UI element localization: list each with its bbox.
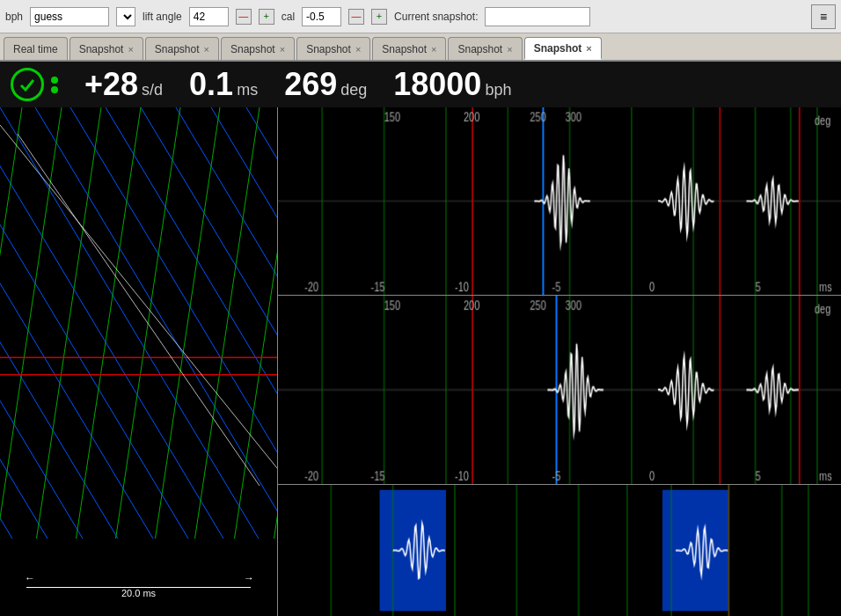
wave-canvas-3 (278, 485, 841, 616)
wave-panel-2[interactable] (278, 296, 841, 483)
bph-group: 18000 bph (393, 66, 511, 103)
measurement-label: 20.0 ms (121, 588, 156, 598)
arrow-left-icon: ← (25, 572, 35, 584)
status-dots (51, 77, 58, 93)
rate-group: +28 s/d (84, 66, 163, 103)
tab-snapshot-5-close[interactable]: × (431, 44, 436, 55)
cal-inc-button[interactable]: + (371, 9, 387, 25)
main-content: ← → 20.0 ms (0, 107, 841, 616)
lift-angle-value: 269 (284, 66, 337, 103)
lift-angle-inc-button[interactable]: + (259, 9, 274, 25)
tab-snapshot-2-close[interactable]: × (204, 44, 209, 55)
tab-snapshot-7-label: Snapshot (534, 42, 582, 55)
menu-button[interactable]: ≡ (811, 4, 836, 29)
status-icon-group (11, 68, 58, 101)
tab-snapshot-1-label: Snapshot (79, 43, 124, 55)
tab-realtime-label: Real time (13, 43, 58, 55)
rate-value: +28 (84, 66, 138, 103)
bph-value: 18000 (393, 66, 481, 103)
wave-canvas-1 (278, 107, 841, 295)
tab-snapshot-5[interactable]: Snapshot × (372, 37, 446, 60)
timing-diagram-canvas[interactable] (0, 107, 277, 539)
tab-snapshot-2-label: Snapshot (155, 43, 200, 55)
tab-snapshot-1[interactable]: Snapshot × (69, 37, 143, 60)
tab-snapshot-3[interactable]: Snapshot × (221, 37, 295, 60)
wave-panel-timeline[interactable] (278, 485, 841, 616)
cal-input[interactable] (302, 7, 341, 26)
beat-error-unit: ms (237, 81, 258, 99)
tab-snapshot-7[interactable]: Snapshot × (524, 37, 602, 60)
beat-error-value: 0.1 (189, 66, 233, 103)
tab-snapshot-1-close[interactable]: × (128, 44, 133, 55)
tab-snapshot-7-close[interactable]: × (586, 43, 591, 54)
lift-angle-group: 269 deg (284, 66, 367, 103)
tab-snapshot-3-label: Snapshot (230, 43, 275, 55)
tab-snapshot-4-close[interactable]: × (355, 44, 361, 55)
bph-label: bph (5, 11, 23, 23)
tab-snapshot-6[interactable]: Snapshot × (448, 37, 522, 60)
left-panel[interactable]: ← → 20.0 ms (0, 107, 277, 616)
lift-angle-dec-button[interactable]: — (236, 9, 252, 25)
tab-snapshot-5-label: Snapshot (382, 43, 427, 55)
tab-snapshot-4[interactable]: Snapshot × (296, 37, 370, 60)
bph-dropdown[interactable]: ▾ (116, 7, 135, 26)
wave-canvas-2 (278, 296, 841, 483)
beat-error-group: 0.1 ms (189, 66, 258, 103)
tab-snapshot-6-close[interactable]: × (507, 44, 512, 55)
rate-unit: s/d (142, 81, 163, 99)
bph-input[interactable] (30, 7, 109, 26)
toolbar: bph ▾ lift angle — + cal — + Current sna… (0, 0, 841, 33)
tab-snapshot-2[interactable]: Snapshot × (145, 37, 219, 60)
dot-bottom (51, 86, 58, 93)
right-panel (278, 107, 841, 616)
lift-angle-input[interactable] (189, 7, 229, 26)
tab-snapshot-6-label: Snapshot (457, 43, 502, 55)
cal-label: cal (282, 11, 295, 23)
tab-realtime[interactable]: Real time (4, 37, 68, 60)
status-bar: +28 s/d 0.1 ms 269 deg 18000 bph (0, 62, 841, 107)
tab-snapshot-3-close[interactable]: × (280, 44, 285, 55)
current-snapshot-input[interactable] (485, 7, 590, 26)
tabs-bar: Real time Snapshot × Snapshot × Snapshot… (0, 33, 841, 62)
cal-dec-button[interactable]: — (348, 9, 364, 25)
arrow-right-icon: → (244, 572, 254, 584)
current-snapshot-label: Current snapshot: (394, 11, 478, 23)
wave-panel-1[interactable] (278, 107, 841, 295)
tab-snapshot-4-label: Snapshot (306, 43, 351, 55)
dot-top (51, 77, 58, 84)
check-icon (11, 68, 44, 101)
bph-unit: bph (485, 81, 511, 99)
lift-angle-label: lift angle (143, 11, 182, 23)
lift-angle-unit: deg (340, 81, 367, 99)
